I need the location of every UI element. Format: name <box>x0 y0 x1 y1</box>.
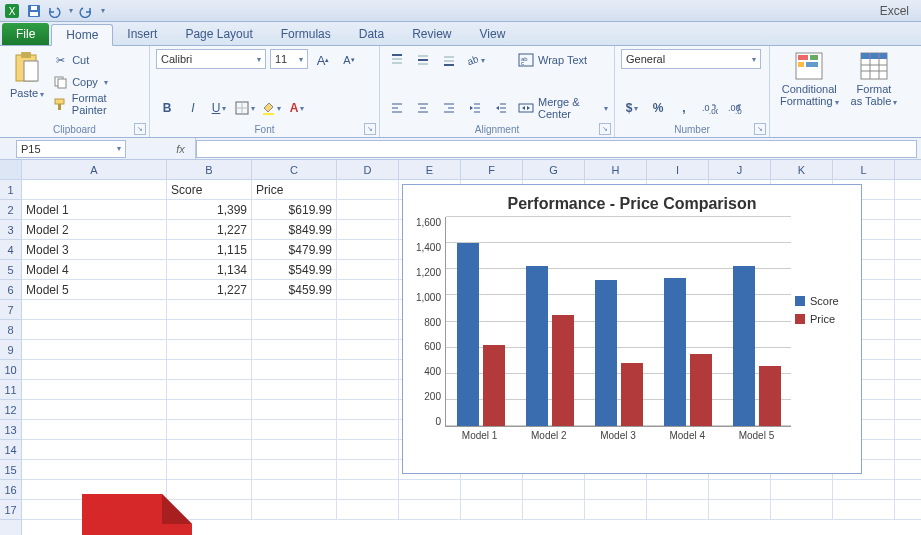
cell[interactable] <box>337 300 399 319</box>
embedded-chart[interactable]: Performance - Price Comparison 1,6001,40… <box>402 184 862 474</box>
cell[interactable] <box>167 420 252 439</box>
cell[interactable] <box>833 500 895 519</box>
cell[interactable]: $479.99 <box>252 240 337 259</box>
bar-Score-Model 5[interactable] <box>733 266 755 426</box>
increase-indent[interactable] <box>490 97 512 119</box>
row-header-2[interactable]: 2 <box>0 200 21 220</box>
cell[interactable] <box>709 500 771 519</box>
cell[interactable] <box>167 380 252 399</box>
cell[interactable] <box>337 280 399 299</box>
cell[interactable] <box>585 500 647 519</box>
cell[interactable]: $459.99 <box>252 280 337 299</box>
cell[interactable] <box>337 360 399 379</box>
font-family-combo[interactable]: Calibri▾ <box>156 49 266 69</box>
col-header-J[interactable]: J <box>709 160 771 179</box>
font-size-combo[interactable]: 11▾ <box>270 49 308 69</box>
cell[interactable]: 1,227 <box>167 280 252 299</box>
fill-color-button[interactable] <box>260 97 282 119</box>
redo-icon[interactable] <box>78 3 94 19</box>
row-header-4[interactable]: 4 <box>0 240 21 260</box>
row-header-7[interactable]: 7 <box>0 300 21 320</box>
cell[interactable]: Model 1 <box>22 200 167 219</box>
tab-home[interactable]: Home <box>51 24 113 46</box>
cell[interactable] <box>647 500 709 519</box>
row-header-15[interactable]: 15 <box>0 460 21 480</box>
bar-Price-Model 5[interactable] <box>759 366 781 426</box>
italic-button[interactable]: I <box>182 97 204 119</box>
cell[interactable] <box>337 260 399 279</box>
cell[interactable] <box>22 340 167 359</box>
cell[interactable] <box>337 220 399 239</box>
align-right[interactable] <box>438 97 460 119</box>
bar-Price-Model 2[interactable] <box>552 315 574 426</box>
cell[interactable] <box>523 480 585 499</box>
cell[interactable] <box>167 340 252 359</box>
fx-icon[interactable]: fx <box>166 138 196 159</box>
row-header-8[interactable]: 8 <box>0 320 21 340</box>
cell[interactable]: Model 3 <box>22 240 167 259</box>
bar-Score-Model 1[interactable] <box>457 243 479 426</box>
cell[interactable] <box>167 440 252 459</box>
col-header-F[interactable]: F <box>461 160 523 179</box>
bar-Price-Model 4[interactable] <box>690 354 712 426</box>
align-left[interactable] <box>386 97 408 119</box>
row-header-14[interactable]: 14 <box>0 440 21 460</box>
bar-Score-Model 2[interactable] <box>526 266 548 426</box>
select-all-corner[interactable] <box>0 160 21 180</box>
cell[interactable] <box>22 300 167 319</box>
cell[interactable] <box>167 360 252 379</box>
col-header-E[interactable]: E <box>399 160 461 179</box>
orientation-button[interactable]: ab <box>464 49 486 71</box>
col-header-I[interactable]: I <box>647 160 709 179</box>
copy-button[interactable]: Copy <box>52 71 143 93</box>
cell[interactable] <box>22 320 167 339</box>
borders-button[interactable] <box>234 97 256 119</box>
currency-button[interactable]: $ <box>621 97 643 119</box>
cell[interactable] <box>399 500 461 519</box>
name-box[interactable]: P15 <box>16 140 126 158</box>
cell[interactable] <box>22 440 167 459</box>
row-header-13[interactable]: 13 <box>0 420 21 440</box>
row-header-1[interactable]: 1 <box>0 180 21 200</box>
format-painter-button[interactable]: Format Painter <box>52 93 143 115</box>
cell[interactable] <box>167 300 252 319</box>
col-header-L[interactable]: L <box>833 160 895 179</box>
col-header-D[interactable]: D <box>337 160 399 179</box>
col-header-K[interactable]: K <box>771 160 833 179</box>
col-header-C[interactable]: C <box>252 160 337 179</box>
cell[interactable] <box>22 380 167 399</box>
cell[interactable] <box>337 440 399 459</box>
cell[interactable]: Model 4 <box>22 260 167 279</box>
cell[interactable] <box>252 320 337 339</box>
cell[interactable] <box>337 320 399 339</box>
qat-customize[interactable] <box>98 3 106 19</box>
tab-data[interactable]: Data <box>345 23 398 45</box>
col-header-B[interactable]: B <box>167 160 252 179</box>
row-header-11[interactable]: 11 <box>0 380 21 400</box>
undo-icon[interactable] <box>46 3 62 19</box>
percent-button[interactable]: % <box>647 97 669 119</box>
cell[interactable] <box>252 380 337 399</box>
merge-center-button[interactable]: Merge & Center <box>518 97 608 119</box>
row-header-16[interactable]: 16 <box>0 480 21 500</box>
tab-formulas[interactable]: Formulas <box>267 23 345 45</box>
row-header-3[interactable]: 3 <box>0 220 21 240</box>
cell[interactable] <box>337 420 399 439</box>
clipboard-dialog-launcher[interactable]: ↘ <box>134 123 146 135</box>
cell[interactable] <box>461 480 523 499</box>
tab-view[interactable]: View <box>466 23 520 45</box>
bar-Price-Model 1[interactable] <box>483 345 505 426</box>
comma-button[interactable]: , <box>673 97 695 119</box>
alignment-dialog-launcher[interactable]: ↘ <box>599 123 611 135</box>
cell[interactable]: $849.99 <box>252 220 337 239</box>
cell[interactable] <box>252 360 337 379</box>
col-header-H[interactable]: H <box>585 160 647 179</box>
align-bottom[interactable] <box>438 49 460 71</box>
format-as-table-button[interactable]: Formatas Table <box>847 49 902 119</box>
bold-button[interactable]: B <box>156 97 178 119</box>
number-format-combo[interactable]: General▾ <box>621 49 761 69</box>
cell[interactable] <box>167 400 252 419</box>
cell[interactable] <box>337 240 399 259</box>
formula-input[interactable] <box>196 140 917 158</box>
cell[interactable]: Model 5 <box>22 280 167 299</box>
